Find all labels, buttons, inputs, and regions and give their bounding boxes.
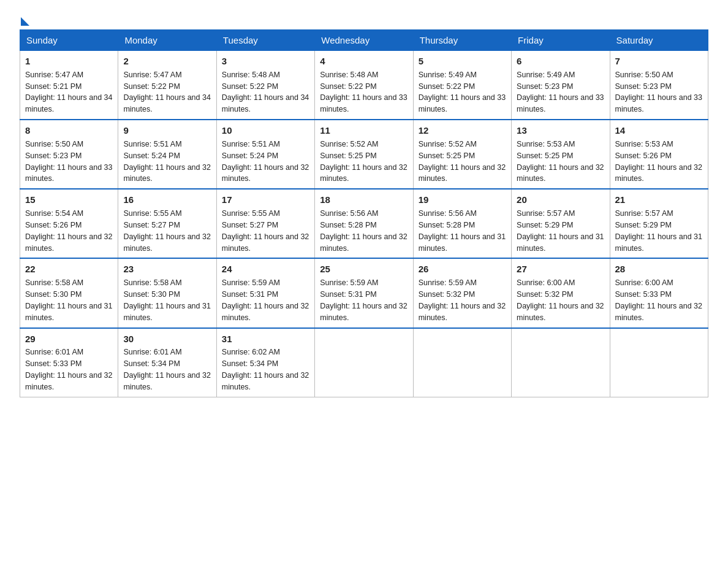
day-number: 17 [222, 193, 309, 207]
calendar-cell: 15Sunrise: 5:54 AMSunset: 5:26 PMDayligh… [20, 189, 118, 258]
col-header-monday: Monday [118, 30, 216, 51]
day-daylight: Daylight: 11 hours and 32 minutes. [419, 302, 506, 322]
day-sunset: Sunset: 5:21 PM [25, 82, 82, 91]
day-sunset: Sunset: 5:29 PM [517, 221, 573, 229]
calendar-cell: 10Sunrise: 5:51 AMSunset: 5:24 PMDayligh… [216, 120, 314, 189]
day-sunset: Sunset: 5:22 PM [419, 82, 475, 91]
day-sunrise: Sunrise: 6:01 AM [25, 348, 83, 356]
day-daylight: Daylight: 11 hours and 32 minutes. [222, 371, 309, 391]
day-sunrise: Sunrise: 5:50 AM [25, 140, 83, 148]
calendar-header-row: SundayMondayTuesdayWednesdayThursdayFrid… [20, 30, 708, 51]
day-number: 15 [25, 193, 113, 207]
calendar-cell: 1Sunrise: 5:47 AMSunset: 5:21 PMDaylight… [20, 51, 118, 120]
day-daylight: Daylight: 11 hours and 34 minutes. [222, 93, 309, 113]
day-sunset: Sunset: 5:22 PM [320, 82, 376, 91]
calendar-cell: 30Sunrise: 6:01 AMSunset: 5:34 PMDayligh… [118, 328, 216, 397]
calendar-cell [413, 328, 511, 397]
col-header-friday: Friday [512, 30, 610, 51]
calendar-cell: 24Sunrise: 5:59 AMSunset: 5:31 PMDayligh… [216, 258, 314, 327]
page-header [20, 15, 708, 23]
day-daylight: Daylight: 11 hours and 32 minutes. [222, 163, 309, 183]
day-number: 24 [222, 262, 309, 276]
day-daylight: Daylight: 11 hours and 32 minutes. [222, 232, 309, 253]
calendar-cell: 21Sunrise: 5:57 AMSunset: 5:29 PMDayligh… [610, 189, 708, 258]
day-sunset: Sunset: 5:33 PM [25, 359, 82, 368]
calendar-cell [610, 328, 708, 397]
day-sunset: Sunset: 5:25 PM [419, 151, 475, 160]
day-daylight: Daylight: 11 hours and 32 minutes. [320, 302, 407, 322]
calendar-table: SundayMondayTuesdayWednesdayThursdayFrid… [20, 29, 708, 397]
day-daylight: Daylight: 11 hours and 32 minutes. [222, 302, 309, 322]
day-sunset: Sunset: 5:24 PM [123, 151, 180, 160]
calendar-cell: 8Sunrise: 5:50 AMSunset: 5:23 PMDaylight… [20, 120, 118, 189]
day-sunrise: Sunrise: 5:55 AM [123, 209, 181, 218]
day-daylight: Daylight: 11 hours and 32 minutes. [517, 163, 604, 183]
day-number: 30 [123, 332, 211, 346]
day-sunset: Sunset: 5:28 PM [320, 221, 376, 229]
day-sunset: Sunset: 5:24 PM [222, 151, 278, 160]
col-header-thursday: Thursday [413, 30, 511, 51]
calendar-cell: 23Sunrise: 5:58 AMSunset: 5:30 PMDayligh… [118, 258, 216, 327]
day-daylight: Daylight: 11 hours and 34 minutes. [123, 93, 210, 113]
day-number: 16 [123, 193, 211, 207]
day-sunrise: Sunrise: 5:49 AM [517, 71, 575, 79]
day-sunrise: Sunrise: 5:59 AM [419, 278, 477, 287]
day-daylight: Daylight: 11 hours and 34 minutes. [25, 93, 112, 113]
calendar-cell: 26Sunrise: 5:59 AMSunset: 5:32 PMDayligh… [413, 258, 511, 327]
day-number: 22 [25, 262, 113, 276]
day-sunset: Sunset: 5:31 PM [222, 290, 278, 299]
day-sunrise: Sunrise: 5:58 AM [25, 278, 83, 287]
day-daylight: Daylight: 11 hours and 31 minutes. [123, 302, 210, 322]
day-sunrise: Sunrise: 5:47 AM [123, 71, 181, 79]
day-number: 4 [320, 55, 408, 68]
day-sunset: Sunset: 5:22 PM [123, 82, 180, 91]
day-number: 2 [123, 55, 211, 68]
day-number: 28 [615, 262, 703, 276]
day-number: 1 [25, 55, 113, 68]
calendar-cell: 5Sunrise: 5:49 AMSunset: 5:22 PMDaylight… [413, 51, 511, 120]
calendar-cell: 6Sunrise: 5:49 AMSunset: 5:23 PMDaylight… [512, 51, 610, 120]
day-sunset: Sunset: 5:31 PM [320, 290, 376, 299]
day-sunrise: Sunrise: 5:53 AM [517, 140, 575, 148]
day-number: 25 [320, 262, 408, 276]
calendar-cell: 9Sunrise: 5:51 AMSunset: 5:24 PMDaylight… [118, 120, 216, 189]
day-number: 3 [222, 55, 309, 68]
day-sunrise: Sunrise: 6:01 AM [123, 348, 181, 356]
logo-arrow-icon [21, 17, 29, 26]
day-sunrise: Sunrise: 5:58 AM [123, 278, 181, 287]
day-sunrise: Sunrise: 5:53 AM [615, 140, 673, 148]
day-number: 26 [419, 262, 506, 276]
calendar-cell: 20Sunrise: 5:57 AMSunset: 5:29 PMDayligh… [512, 189, 610, 258]
day-sunset: Sunset: 5:23 PM [25, 151, 82, 160]
day-sunset: Sunset: 5:32 PM [517, 290, 573, 299]
day-number: 27 [517, 262, 604, 276]
calendar-week-row: 22Sunrise: 5:58 AMSunset: 5:30 PMDayligh… [20, 258, 708, 327]
day-sunrise: Sunrise: 5:51 AM [123, 140, 181, 148]
day-sunrise: Sunrise: 5:47 AM [25, 71, 83, 79]
calendar-cell: 25Sunrise: 5:59 AMSunset: 5:31 PMDayligh… [315, 258, 413, 327]
col-header-sunday: Sunday [20, 30, 118, 51]
calendar-cell: 31Sunrise: 6:02 AMSunset: 5:34 PMDayligh… [216, 328, 314, 397]
calendar-cell: 28Sunrise: 6:00 AMSunset: 5:33 PMDayligh… [610, 258, 708, 327]
day-number: 10 [222, 124, 309, 137]
day-daylight: Daylight: 11 hours and 32 minutes. [123, 232, 210, 253]
day-daylight: Daylight: 11 hours and 32 minutes. [615, 163, 702, 183]
day-daylight: Daylight: 11 hours and 33 minutes. [517, 93, 604, 113]
col-header-saturday: Saturday [610, 30, 708, 51]
day-daylight: Daylight: 11 hours and 33 minutes. [320, 93, 407, 113]
day-number: 21 [615, 193, 703, 207]
day-number: 7 [615, 55, 703, 68]
day-sunset: Sunset: 5:25 PM [320, 151, 376, 160]
day-sunrise: Sunrise: 5:57 AM [615, 209, 673, 218]
day-number: 9 [123, 124, 211, 137]
day-number: 5 [419, 55, 506, 68]
day-daylight: Daylight: 11 hours and 33 minutes. [25, 163, 112, 183]
day-number: 12 [419, 124, 506, 137]
calendar-cell: 22Sunrise: 5:58 AMSunset: 5:30 PMDayligh… [20, 258, 118, 327]
day-number: 8 [25, 124, 113, 137]
day-sunrise: Sunrise: 6:02 AM [222, 348, 280, 356]
calendar-cell: 12Sunrise: 5:52 AMSunset: 5:25 PMDayligh… [413, 120, 511, 189]
calendar-cell: 13Sunrise: 5:53 AMSunset: 5:25 PMDayligh… [512, 120, 610, 189]
day-number: 6 [517, 55, 604, 68]
day-number: 20 [517, 193, 604, 207]
